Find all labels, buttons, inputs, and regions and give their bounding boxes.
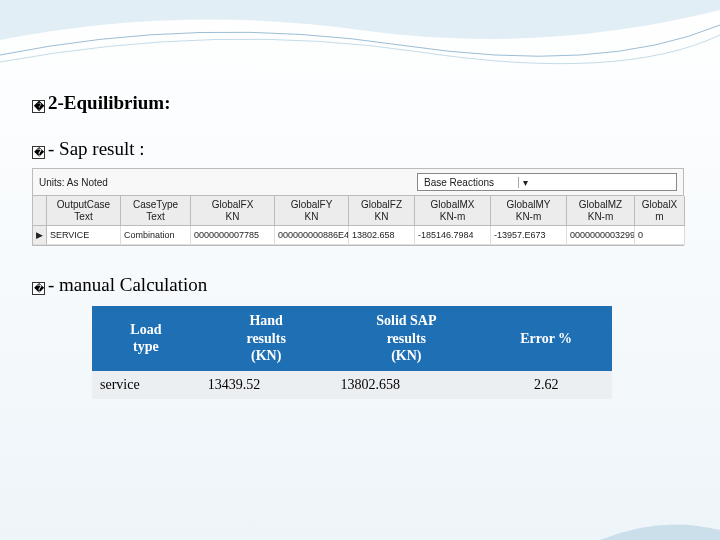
cell-casetype: Combination (121, 226, 191, 245)
col-globalfy: GlobalFYKN (275, 196, 349, 226)
slide-bottom-decoration (600, 510, 720, 540)
section-title-text: 2-Equilibrium: (48, 92, 170, 113)
cell-globalfy: 000000000886E4 (275, 226, 349, 245)
th-hand-results: Hand results (KN) (200, 306, 333, 371)
cell-globalmx: -185146.7984 (415, 226, 491, 245)
row-handle-icon[interactable]: ▶ (33, 226, 47, 245)
section-title: �2-Equilibrium: (32, 92, 688, 114)
cell-globalmz: 0000000003299 (567, 226, 635, 245)
th-load-type: Load type (92, 306, 200, 371)
cell-outputcase: SERVICE (47, 226, 121, 245)
sap-toolbar: Units: As Noted Base Reactions ▾ (33, 169, 683, 195)
table-header-row: Load type Hand results (KN) Solid SAP re… (92, 306, 612, 371)
dropdown-value: Base Reactions (424, 177, 514, 188)
cell-globalfx: 0000000007785 (191, 226, 275, 245)
col-globalfz: GlobalFZKN (349, 196, 415, 226)
col-outputcase: OutputCaseText (47, 196, 121, 226)
grid-header-row: OutputCaseText CaseTypeText GlobalFXKN G… (33, 196, 683, 226)
col-globalfx: GlobalFXKN (191, 196, 275, 226)
cell-load-type: service (92, 371, 200, 399)
sap-output-window: Units: As Noted Base Reactions ▾ OutputC… (32, 168, 684, 246)
sap-result-heading: �- Sap result : (32, 138, 688, 160)
bullet-glyph: � (32, 100, 45, 113)
bullet-glyph: � (32, 282, 45, 295)
col-rowhandle (33, 196, 47, 226)
col-globalmz: GlobalMZKN-m (567, 196, 635, 226)
cell-globalmy: -13957.E673 (491, 226, 567, 245)
col-globalmx: GlobalMXKN-m (415, 196, 491, 226)
th-error: Error % (480, 306, 612, 371)
table-row: service 13439.52 13802.658 2.62 (92, 371, 612, 399)
bullet-glyph: � (32, 146, 45, 159)
cell-globalx: 0 (635, 226, 685, 245)
sap-result-heading-text: - Sap result : (48, 138, 145, 159)
th-sap-results: Solid SAP results (KN) (332, 306, 480, 371)
col-casetype: CaseTypeText (121, 196, 191, 226)
cell-hand-result: 13439.52 (200, 371, 333, 399)
col-globalmy: GlobalMYKN-m (491, 196, 567, 226)
cell-sap-result: 13802.658 (332, 371, 480, 399)
cell-error: 2.62 (480, 371, 612, 399)
col-globalx: GlobalXm (635, 196, 685, 226)
chevron-down-icon: ▾ (518, 177, 532, 188)
manual-calc-heading-text: - manual Calculation (48, 274, 207, 295)
comparison-table: Load type Hand results (KN) Solid SAP re… (92, 306, 612, 399)
sap-results-grid: OutputCaseText CaseTypeText GlobalFXKN G… (33, 195, 683, 245)
slide-top-decoration (0, 0, 720, 80)
units-label: Units: As Noted (39, 177, 108, 188)
output-type-dropdown[interactable]: Base Reactions ▾ (417, 173, 677, 191)
grid-data-row: ▶ SERVICE Combination 0000000007785 0000… (33, 226, 683, 245)
cell-globalfz: 13802.658 (349, 226, 415, 245)
manual-calc-heading: �- manual Calculation (32, 274, 688, 296)
